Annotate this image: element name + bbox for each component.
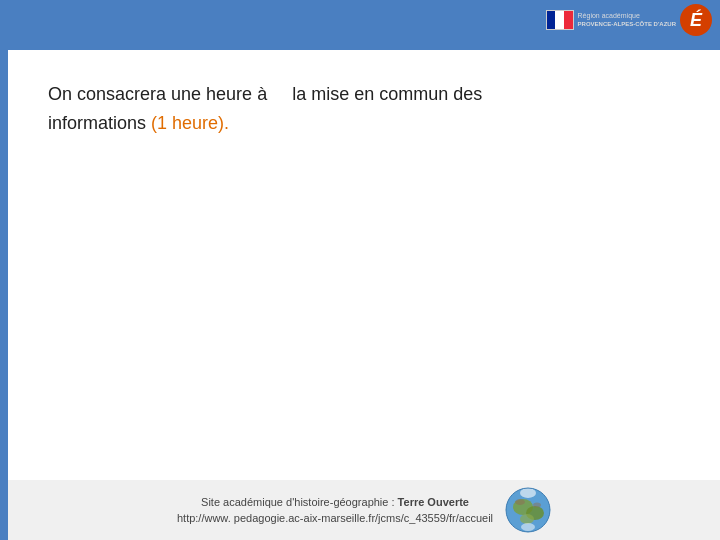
- text-line2-before: informations: [48, 113, 151, 133]
- svg-point-4: [520, 514, 534, 524]
- flag-red: [564, 11, 573, 29]
- globe-svg: [505, 487, 551, 533]
- region-name: PROVENCE-ALPES-CÔTE D'AZUR: [578, 21, 676, 28]
- main-content: On consacrera une heure à la mise en com…: [8, 50, 720, 480]
- flag-white: [555, 11, 564, 29]
- region-label: Région académique: [578, 12, 676, 20]
- globe-icon: [505, 487, 551, 533]
- footer-site-name: Terre Ouverte: [398, 496, 469, 508]
- footer: Site académique d'histoire-géographie : …: [8, 480, 720, 540]
- header-bar: Région académique PROVENCE-ALPES-CÔTE D'…: [0, 0, 720, 50]
- footer-label: Site académique d'histoire-géographie :: [201, 496, 398, 508]
- edu-logo-circle: É: [680, 4, 712, 36]
- text-highlight: (1 heure).: [151, 113, 229, 133]
- flag-blue: [547, 11, 556, 29]
- footer-text: Site académique d'histoire-géographie : …: [177, 494, 493, 527]
- footer-url: http://www. pedagogie.ac-aix-marseille.f…: [177, 512, 493, 524]
- edu-letter: É: [690, 10, 702, 31]
- main-paragraph: On consacrera une heure à la mise en com…: [48, 80, 680, 138]
- flag-icon: [546, 10, 574, 30]
- logo-text-block: Région académique PROVENCE-ALPES-CÔTE D'…: [578, 12, 676, 28]
- logo-area: Région académique PROVENCE-ALPES-CÔTE D'…: [546, 4, 712, 36]
- svg-point-7: [515, 499, 525, 505]
- svg-point-8: [533, 503, 541, 508]
- text-line1-left: On consacrera une heure à la mise en com…: [48, 84, 482, 104]
- svg-point-6: [521, 523, 535, 531]
- svg-point-5: [520, 488, 536, 498]
- left-stripe: [0, 0, 8, 540]
